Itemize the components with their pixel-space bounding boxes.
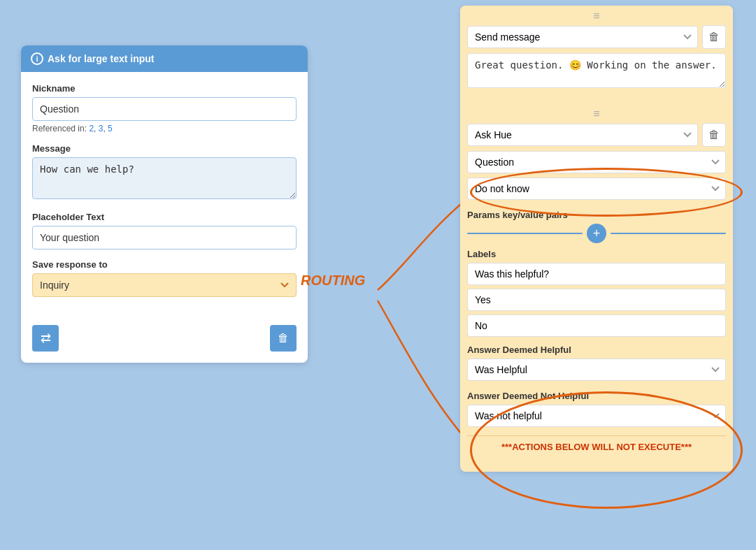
drag-handle-1[interactable]: ≡ xyxy=(467,10,726,22)
card-delete-btn-2[interactable]: 🗑 xyxy=(702,123,726,147)
message-textarea[interactable]: How can we help? xyxy=(32,157,297,199)
action-select-2[interactable]: Ask Hue xyxy=(467,124,698,146)
placeholder-field-group: Placeholder Text xyxy=(32,212,297,249)
label-input-3[interactable] xyxy=(467,314,726,337)
info-icon: i xyxy=(31,52,43,65)
send-message-textarea[interactable]: Great question. 😊 Working on the answer. xyxy=(467,53,726,88)
panel-body: Nickname Referenced in: 2, 3, 5 Message … xyxy=(21,72,308,318)
donot-select[interactable]: Do not know xyxy=(467,178,726,200)
send-message-row: Send message 🗑 xyxy=(467,25,726,49)
action-select-1[interactable]: Send message xyxy=(467,26,698,48)
delete-button[interactable]: 🗑 xyxy=(270,325,297,352)
placeholder-input[interactable] xyxy=(32,226,297,249)
labels-section-label: Labels xyxy=(467,249,726,259)
placeholder-label: Placeholder Text xyxy=(32,212,297,222)
save-response-field-group: Save response to Inquiry xyxy=(32,259,297,297)
swap-icon: ⇄ xyxy=(41,331,51,346)
params-line-left xyxy=(467,233,583,234)
delete-icon-1: 🗑 xyxy=(708,31,720,43)
save-response-label: Save response to xyxy=(32,259,297,270)
trash-icon: 🗑 xyxy=(278,332,289,345)
message-label: Message xyxy=(32,143,297,154)
nickname-label: Nickname xyxy=(32,83,297,94)
panel-header: i Ask for large text input xyxy=(21,45,308,72)
referenced-link-5[interactable]: 5 xyxy=(108,124,113,133)
send-message-card: ≡ Send message 🗑 Great question. 😊 Worki… xyxy=(460,6,733,98)
card-delete-btn-1[interactable]: 🗑 xyxy=(702,25,726,49)
question-select[interactable]: Question xyxy=(467,151,726,173)
add-icon: + xyxy=(593,226,601,241)
answer-not-helpful-select[interactable]: Was not helpful xyxy=(467,405,726,427)
message-field-group: Message How can we help? xyxy=(32,143,297,202)
panel-title: Ask for large text input xyxy=(48,53,154,64)
answer-deemed-helpful-label: Answer Deemed Helpful xyxy=(467,345,726,355)
panel-footer: ⇄ 🗑 xyxy=(21,318,308,363)
referenced-link-2[interactable]: 2 xyxy=(89,124,94,133)
answer-helpful-select[interactable]: Was Helpful xyxy=(467,359,726,381)
actions-warning: ***ACTIONS BELOW WILL NOT EXECUTE*** xyxy=(467,435,726,458)
right-panel: ≡ Send message 🗑 Great question. 😊 Worki… xyxy=(460,6,733,472)
label-input-1[interactable] xyxy=(467,263,726,285)
answer-deemed-not-helpful-section: Answer Deemed Not Helpful Was not helpfu… xyxy=(467,391,726,433)
params-add-button[interactable]: + xyxy=(587,224,606,243)
drag-handle-2[interactable]: ≡ xyxy=(467,108,726,120)
ask-hue-row: Ask Hue 🗑 xyxy=(467,123,726,147)
referenced-text: Referenced in: 2, 3, 5 xyxy=(32,124,297,133)
swap-button[interactable]: ⇄ xyxy=(32,325,59,352)
left-panel: i Ask for large text input Nickname Refe… xyxy=(21,45,308,363)
params-row: + xyxy=(467,224,726,243)
ask-hue-card: ≡ Ask Hue 🗑 Question Do not know Params … xyxy=(460,103,733,465)
answer-deemed-not-helpful-label: Answer Deemed Not Helpful xyxy=(467,391,726,401)
routing-label: ROUTING xyxy=(301,273,365,289)
params-line-right xyxy=(611,233,726,234)
delete-icon-2: 🗑 xyxy=(708,129,720,141)
save-response-select[interactable]: Inquiry xyxy=(32,273,297,297)
answer-deemed-helpful-section: Answer Deemed Helpful Was Helpful xyxy=(467,345,726,386)
params-label: Params key/value pairs xyxy=(467,210,726,220)
nickname-input[interactable] xyxy=(32,97,297,121)
label-input-2[interactable] xyxy=(467,289,726,311)
nickname-field-group: Nickname Referenced in: 2, 3, 5 xyxy=(32,83,297,133)
referenced-link-3[interactable]: 3 xyxy=(99,124,104,133)
